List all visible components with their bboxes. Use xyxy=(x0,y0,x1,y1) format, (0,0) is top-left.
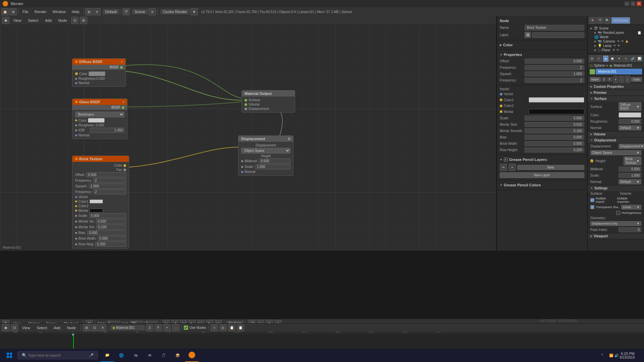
toolbar-icon1[interactable]: ◉ xyxy=(2,324,9,331)
scale-input-value[interactable]: 5.000 xyxy=(525,116,584,121)
renderlayers-btn[interactable]: 📋 xyxy=(637,31,641,35)
freq2-value[interactable]: 2 xyxy=(525,78,584,83)
taskbar-up-arrow[interactable]: ^ xyxy=(597,350,608,361)
mat-mat-icon[interactable]: ◉ xyxy=(603,55,609,62)
windows-start-button[interactable] xyxy=(3,349,16,362)
mat-name-input[interactable]: Material.001 xyxy=(596,69,642,74)
menu-file[interactable]: File xyxy=(20,9,31,14)
settings-icon[interactable]: ⚙ xyxy=(9,8,17,15)
mat-plus[interactable]: + xyxy=(163,324,171,331)
menu-render[interactable]: Render xyxy=(32,9,49,14)
camera-vis1[interactable]: 👁 xyxy=(617,40,620,43)
props-header[interactable]: ▼ Properties xyxy=(497,51,587,58)
settings-header[interactable]: ▼ Settings xyxy=(588,185,644,191)
mat-phys-icon[interactable]: ⚛ xyxy=(623,55,629,62)
use-nodes-label[interactable]: Use Nodes xyxy=(184,325,206,330)
node-label-icon[interactable]: 🖼 xyxy=(525,32,531,38)
display-icon3[interactable]: ✕ xyxy=(99,324,106,331)
mat-f[interactable]: F xyxy=(155,324,162,331)
glass-color-swatch[interactable] xyxy=(88,118,105,123)
toolbar-node[interactable]: Node xyxy=(64,325,78,330)
mat-part-icon[interactable]: ✦ xyxy=(616,55,622,62)
brick-freq1-value[interactable]: 2 xyxy=(93,178,126,183)
disp-midlevel-value[interactable]: 0.500 xyxy=(259,159,290,164)
brick-scale-value[interactable]: 5.000 xyxy=(89,213,126,218)
disp-space-select[interactable]: Object Space xyxy=(241,148,290,154)
taskbar-network[interactable]: 📶 xyxy=(609,354,613,357)
voice-search-icon[interactable]: 🎤 xyxy=(89,353,94,358)
engine-arrow[interactable]: ▼ xyxy=(191,8,198,15)
mat-slot-minus[interactable]: - xyxy=(619,76,624,83)
camera-vis2[interactable]: 👁 xyxy=(621,40,624,43)
lamp-vis1[interactable]: 👁 xyxy=(613,44,616,47)
tree-camera[interactable]: ▶ 📷 Camera 👁 👁 🔒 xyxy=(589,39,643,44)
mat-slot-3[interactable]: 3 xyxy=(601,77,606,82)
taskbar-search[interactable]: 🔍 Type here to search 🎤 xyxy=(17,351,98,359)
multiple-import-check[interactable]: ✓ xyxy=(590,198,594,202)
show-desktop[interactable] xyxy=(636,350,639,361)
breadcrumb-material[interactable]: Material.001 xyxy=(614,64,632,67)
grease-layers-header[interactable]: ▼ ✓ Grease Pencil Layers: xyxy=(497,156,587,163)
custom-props-header[interactable]: ▶ Custom Properties xyxy=(588,84,644,89)
display-icon2[interactable]: ⊡ xyxy=(91,324,98,331)
workspace-name[interactable]: Default xyxy=(103,9,120,14)
scene-icon[interactable]: 🎬 xyxy=(122,8,130,15)
pass-index-value[interactable]: 0 xyxy=(619,227,641,232)
linear-dropdown[interactable]: Linear ▼ xyxy=(621,205,641,209)
tree-scene[interactable]: ▶ 🎬 Scene xyxy=(589,26,643,31)
taskbar-edge[interactable]: 🌐 xyxy=(115,349,128,362)
layout-icon[interactable]: ⊞ xyxy=(85,8,93,15)
breadcrumb-sphere[interactable]: Sphere xyxy=(594,64,605,67)
grease-checkbox[interactable]: ✓ xyxy=(504,158,508,162)
node-display-icon[interactable]: ⊡ xyxy=(71,17,78,24)
disp-scale-value[interactable]: 1.000 xyxy=(619,173,641,178)
grease-add-icon[interactable]: + xyxy=(508,164,516,171)
tree-world[interactable]: 🌐 World xyxy=(589,35,643,39)
lamp-vis2[interactable]: 👁 xyxy=(618,44,620,47)
menu-window[interactable]: Window xyxy=(50,9,68,14)
mat-constr-icon[interactable]: 🔗 xyxy=(630,55,636,62)
mat-indicator[interactable]: ◉ xyxy=(111,325,145,330)
preview-header[interactable]: ▶ Preview xyxy=(588,90,644,96)
copy-icon[interactable]: 📋 xyxy=(228,324,235,331)
brick-bias-value[interactable]: 0.000 xyxy=(87,230,126,235)
mat-data-btn[interactable]: Data xyxy=(631,77,642,82)
color-header[interactable]: ▶ Color xyxy=(497,42,587,48)
freq1-value[interactable]: 2 xyxy=(525,65,584,70)
surface-dropdown[interactable]: Diffuse BSDF ▼ xyxy=(619,102,641,111)
disp-scale-value[interactable]: 1.000 xyxy=(255,164,290,169)
snap-icon[interactable]: ⊹ xyxy=(211,324,218,331)
taskbar-mail[interactable]: ✉ xyxy=(143,349,156,362)
new-layer-button[interactable]: New Layer xyxy=(500,172,584,178)
mat-name-field[interactable] xyxy=(116,326,143,329)
brick-rowheight-value[interactable]: 0.250 xyxy=(95,242,126,247)
brick-freq2-value[interactable]: 2 xyxy=(93,189,126,194)
brickwidth-value[interactable]: 0.500 xyxy=(525,141,584,146)
displacement-section-header[interactable]: ▼ Displacement xyxy=(588,137,644,143)
volume-header[interactable]: ▶ Volume xyxy=(588,131,644,137)
homogeneous-check[interactable] xyxy=(616,211,620,215)
taskbar-clock[interactable]: 6:20 PM 8/23/2018 xyxy=(620,352,635,359)
disponly-dropdown[interactable]: Displacement Only ▼ xyxy=(590,221,641,226)
taskbar-blender[interactable] xyxy=(185,349,199,362)
bias-value[interactable]: 0.000 xyxy=(525,135,584,140)
close-button[interactable]: ✕ xyxy=(637,1,641,6)
height-dropdown[interactable]: Brick Texture ▼ xyxy=(624,157,641,165)
glass-ior-value[interactable]: 1.450 xyxy=(90,128,124,133)
node-view[interactable]: View xyxy=(11,18,24,23)
squash-value[interactable]: 1.000 xyxy=(525,71,584,76)
brick-mortarsize-value[interactable]: 0.020 xyxy=(96,219,126,224)
displacement-node[interactable]: Displacement Displacement Object Space H… xyxy=(238,135,293,176)
brick-squash-value[interactable]: 1.000 xyxy=(89,184,126,189)
scene-close[interactable]: ✕ xyxy=(149,8,156,15)
render-engine[interactable]: Cycles Render xyxy=(160,9,190,14)
surface-section-header[interactable]: ▼ Surface xyxy=(588,96,644,102)
new-button[interactable]: New xyxy=(517,165,584,170)
mat-minus[interactable]: - xyxy=(172,324,179,331)
mat-obj-icon[interactable]: ⚙ xyxy=(589,55,595,62)
mat-tex-icon[interactable]: 🔲 xyxy=(609,55,615,62)
rowheight-value[interactable]: 0.250 xyxy=(525,147,584,153)
mat-search-icon[interactable]: 🔍 xyxy=(604,17,610,24)
node-type-icon[interactable]: ◉ xyxy=(2,17,9,24)
taskbar-file-explorer[interactable]: 📁 xyxy=(101,349,114,362)
